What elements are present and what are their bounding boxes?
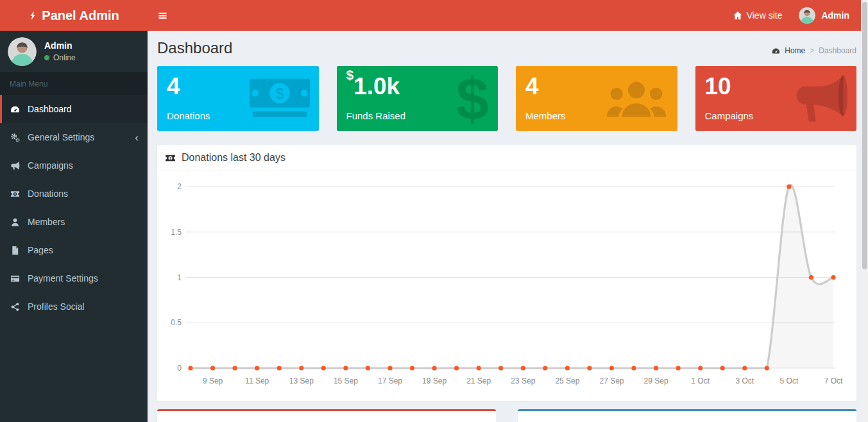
online-status-label: Online <box>53 53 76 62</box>
brand-logo[interactable]: Panel Admin <box>0 0 148 31</box>
chart-title: Donations last 30 days <box>182 152 285 164</box>
navbar-right: View site Admin <box>733 0 861 31</box>
stat-label: Funds Raised <box>346 110 489 121</box>
user-icon <box>10 217 21 227</box>
svg-text:19 Sep: 19 Sep <box>422 376 447 385</box>
sidebar-section-header: Main Menu <box>0 72 148 95</box>
svg-text:7 Oct: 7 Oct <box>824 376 843 385</box>
sidebar-item-label: Donations <box>28 189 68 199</box>
stat-number: 4 <box>525 74 668 100</box>
stat-box-campaigns: 10Campaigns <box>695 66 857 131</box>
stat-box-funds-raised: $1.0kFunds Raised$ <box>337 66 498 131</box>
brand-title: Panel Admin <box>42 8 119 23</box>
svg-text:21 Sep: 21 Sep <box>466 376 491 385</box>
money-icon: $ <box>10 189 21 199</box>
sidebar-user-name: Admin <box>44 40 76 51</box>
sidebar-item-label: Profiles Social <box>28 301 85 312</box>
svg-text:11 Sep: 11 Sep <box>245 376 269 385</box>
avatar <box>8 37 37 66</box>
stat-number: 4 <box>167 74 309 100</box>
sidebar-item-dashboard[interactable]: Dashboard <box>0 95 148 123</box>
sidebar-item-label: Campaigns <box>28 160 73 171</box>
svg-text:17 Sep: 17 Sep <box>378 376 402 385</box>
money-icon: $ <box>165 153 176 164</box>
vertical-scrollbar[interactable] <box>861 0 868 422</box>
svg-text:25 Sep: 25 Sep <box>555 376 579 385</box>
donations-line-chart: 00.511.529 Sep11 Sep13 Sep15 Sep17 Sep19… <box>157 175 856 396</box>
svg-text:0.5: 0.5 <box>171 318 182 327</box>
breadcrumb-separator: > <box>810 46 814 55</box>
sidebar-item-label: Dashboard <box>28 104 72 114</box>
sidebar-item-label: General Settings <box>28 132 94 142</box>
stat-boxes-row: 4Donations$$1.0kFunds Raised$4Members10C… <box>157 66 856 131</box>
view-site-label: View site <box>747 10 783 21</box>
file-icon <box>10 246 21 255</box>
bottom-box-1 <box>157 409 496 422</box>
bars-icon <box>158 11 167 21</box>
svg-text:15 Sep: 15 Sep <box>334 376 358 385</box>
credit-card-icon <box>10 274 21 283</box>
tachometer-icon <box>10 105 21 114</box>
svg-text:23 Sep: 23 Sep <box>511 376 535 385</box>
sidebar-item-label: Payment Settings <box>28 273 98 283</box>
bolt-icon <box>28 10 38 21</box>
top-navbar: Panel Admin View site Admin <box>0 0 861 31</box>
sidebar-item-general-settings[interactable]: General Settings‹ <box>0 123 148 151</box>
home-icon <box>733 11 742 20</box>
online-status-dot <box>44 55 49 60</box>
user-menu[interactable]: Admin <box>799 7 849 24</box>
sidebar-item-donations[interactable]: $Donations <box>0 180 148 208</box>
svg-text:$: $ <box>169 156 171 160</box>
user-menu-label: Admin <box>821 10 849 21</box>
avatar <box>799 7 815 24</box>
chart-box-header: $ Donations last 30 days <box>157 145 856 171</box>
sidebar-item-payment-settings[interactable]: Payment Settings <box>0 264 148 292</box>
svg-text:27 Sep: 27 Sep <box>599 376 624 385</box>
breadcrumb: Home > Dashboard <box>772 46 856 55</box>
chevron-left-icon: ‹ <box>135 132 139 143</box>
svg-text:1: 1 <box>177 273 182 282</box>
svg-text:0: 0 <box>177 364 182 373</box>
svg-text:1 Oct: 1 Oct <box>691 376 710 385</box>
svg-text:1.5: 1.5 <box>171 228 182 237</box>
gears-icon <box>10 133 21 142</box>
donations-chart-box: $ Donations last 30 days 00.511.529 Sep1… <box>157 145 856 401</box>
sidebar-user-panel: Admin Online <box>0 31 148 72</box>
bottom-box-2 <box>518 409 856 422</box>
svg-text:13 Sep: 13 Sep <box>289 376 314 385</box>
svg-text:9 Sep: 9 Sep <box>203 376 223 385</box>
sidebar-item-pages[interactable]: Pages <box>0 236 148 264</box>
sidebar-user-status: Online <box>44 53 76 62</box>
stat-label: Donations <box>167 110 309 121</box>
share-icon <box>10 302 21 312</box>
svg-text:5 Oct: 5 Oct <box>780 376 799 385</box>
page-title: Dashboard <box>157 39 856 57</box>
sidebar-menu: DashboardGeneral Settings‹Campaigns$Dona… <box>0 95 148 321</box>
stat-number: 10 <box>705 74 847 100</box>
view-site-link[interactable]: View site <box>733 10 783 21</box>
sidebar-item-label: Pages <box>28 245 53 255</box>
stat-number-prefix: $ <box>346 67 354 82</box>
breadcrumb-current: Dashboard <box>819 46 856 55</box>
svg-text:3 Oct: 3 Oct <box>735 376 754 385</box>
sidebar: Admin Online Main Menu DashboardGeneral … <box>0 31 148 422</box>
sidebar-item-campaigns[interactable]: Campaigns <box>0 151 148 180</box>
svg-text:2: 2 <box>177 182 182 191</box>
stat-label: Members <box>525 110 668 121</box>
content-header: Dashboard Home > Dashboard <box>157 31 856 66</box>
svg-text:29 Sep: 29 Sep <box>644 376 668 385</box>
scrollbar-thumb[interactable] <box>862 2 867 269</box>
stat-box-members: 4Members <box>516 66 677 131</box>
sidebar-toggle-button[interactable] <box>148 0 177 31</box>
stat-number: $1.0k <box>346 74 489 100</box>
svg-text:$: $ <box>14 192 16 196</box>
bottom-boxes-row <box>157 409 856 422</box>
tachometer-icon <box>772 47 780 55</box>
chart-area: 00.511.529 Sep11 Sep13 Sep15 Sep17 Sep19… <box>157 171 856 401</box>
sidebar-item-label: Members <box>28 217 65 227</box>
bullhorn-icon <box>10 161 21 171</box>
stat-label: Campaigns <box>705 110 847 121</box>
sidebar-item-profiles-social[interactable]: Profiles Social <box>0 292 148 321</box>
sidebar-item-members[interactable]: Members <box>0 208 148 236</box>
breadcrumb-home-link[interactable]: Home <box>785 46 805 55</box>
